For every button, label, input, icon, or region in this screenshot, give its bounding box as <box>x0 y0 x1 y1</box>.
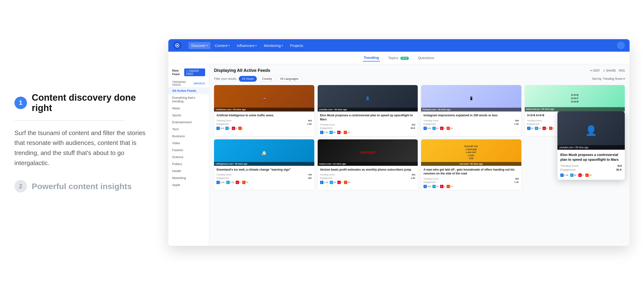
card-5: 🏔️ rollingstone.com • 39 mins ago Greenl… <box>214 139 314 190</box>
card-5-content: Greenland's ice melt, a climate change "… <box>214 166 314 186</box>
card-1-social: f 109 t 5 p 0 <box>216 127 312 130</box>
left-panel: 1 Content discovery done right Surf the … <box>14 92 149 193</box>
reddit-icon: r <box>446 185 450 188</box>
reddit-icon: r <box>549 127 552 130</box>
card-5-source: rollingstone.com • 39 mins ago <box>214 162 314 166</box>
chevron-down-icon: ▾ <box>282 44 283 47</box>
card-6-image: verizon reuters.com • 51 mins ago <box>318 139 418 166</box>
rss-button[interactable]: RSS <box>619 69 625 72</box>
filter-languages[interactable]: All Languages <box>277 76 302 82</box>
card-7-social: f 54k t 23 p 0 <box>424 185 519 188</box>
pinterest-icon: p <box>542 127 546 130</box>
step2-title: Powerful content insights <box>32 182 132 191</box>
pinterest-icon: p <box>338 181 341 184</box>
card-3-content: Instagram impressions explained in 100 w… <box>421 111 521 132</box>
sidebar-item-news[interactable]: News <box>168 105 209 112</box>
filter-row: Filter your results: 24 Hours Country Al… <box>214 76 625 82</box>
card-2-pi: p 0 <box>337 131 342 134</box>
reddit-icon: r <box>344 181 347 184</box>
page-container: 1 Content discovery done right Surf the … <box>0 0 644 285</box>
share-button[interactable]: ⇧ SHARE <box>603 69 616 72</box>
sidebar-item-tech[interactable]: Tech <box>168 126 209 133</box>
sidebar-item-video[interactable]: Video <box>168 140 209 147</box>
manage-button[interactable]: MANAGE <box>194 82 205 85</box>
sidebar-item-apple[interactable]: Apple <box>168 181 209 188</box>
card-5-title: Greenland's ice melt, a climate change "… <box>216 168 312 172</box>
sidebar-item-science[interactable]: Science <box>168 154 209 161</box>
card-1-title: Artificial Intelligence to solve traffic… <box>216 113 312 117</box>
card-6-fb: f 1.2K <box>320 181 328 184</box>
step1-number: 1 <box>14 97 27 109</box>
card-7-tw: t 23 <box>432 185 439 188</box>
card-5-tw: t 4.1k <box>226 181 234 184</box>
sidebar-item-fashion[interactable]: Fashion <box>168 147 209 154</box>
trending-feeds-row: Trending Feeds MANAGE <box>168 79 209 87</box>
filter-country[interactable]: Country <box>259 76 275 82</box>
new-feed-label: New Feed <box>172 69 184 76</box>
card-2-fb: f 2.4k <box>320 131 328 134</box>
app-subnav: Trending Topics NEW Questions <box>168 52 630 64</box>
facebook-icon: f <box>424 185 427 188</box>
create-feed-button[interactable]: + CREATE FEED <box>184 68 205 76</box>
card-6-content: Verizon beats profit estimates as monthl… <box>318 166 418 186</box>
pinterest-icon: p <box>578 174 582 177</box>
chevron-down-icon: ▾ <box>206 44 208 47</box>
sidebar-item-entertainment[interactable]: Entertainment <box>168 119 209 126</box>
card-2-source: youtube.com • 39 mins ago <box>318 108 418 111</box>
card-1-stats: Trending Score: 824 <box>216 119 312 122</box>
hover-fb: f 2.4k <box>560 174 568 177</box>
sidebar-item-sports[interactable]: Sports <box>168 112 209 119</box>
card-3-fb: f 44k <box>424 127 431 130</box>
pinterest-icon: p <box>236 181 239 184</box>
card-5-social: f 6.2K t 4.1k p 0 <box>216 181 312 184</box>
nav-item-influencers[interactable]: Influencers ▾ <box>234 42 260 49</box>
reddit-icon: r <box>446 127 450 130</box>
card-2-image: 👤 youtube.com • 39 mins ago <box>318 85 418 111</box>
sidebar-item-health[interactable]: Health <box>168 168 209 174</box>
hover-rd: r 15 <box>585 174 592 177</box>
sidebar-item-politics[interactable]: Politics <box>168 161 209 168</box>
card-4-source: news.com.au • 29 mins ago <box>525 107 625 111</box>
card-7-image: PLEASE TAKA RESUMELAID-OFFLOOKJOB cnn.co… <box>421 139 521 166</box>
card-7-content: A man who got laid off , gets houndreads… <box>421 166 521 190</box>
nav-item-discover[interactable]: Discover ▾ <box>188 42 210 49</box>
nav-item-monitoring[interactable]: Monitoring ▾ <box>261 42 286 49</box>
divider <box>14 120 125 121</box>
card-4-image: 3+3=63+4=74+4=8 news.com.au • 29 mins ag… <box>525 85 625 111</box>
card-4-pi: p 0 <box>542 127 548 130</box>
twitter-icon: t <box>225 127 229 130</box>
facebook-icon: f <box>424 127 427 130</box>
sidebar-item-business[interactable]: Business <box>168 133 209 140</box>
edit-button[interactable]: ✏ EDIT <box>590 69 600 72</box>
card-2-tw: t 86 <box>330 131 336 134</box>
hover-trending-stat: Trending Score: 810 <box>560 164 622 167</box>
card-6-title: Verizon beats profit estimates as monthl… <box>320 168 416 172</box>
card-5-engagement: Engagement: 13K <box>216 177 312 179</box>
filter-24hours[interactable]: 24 Hours <box>239 76 257 82</box>
hover-engagement-stat: Engagement: 86.K <box>560 168 622 171</box>
twitter-icon: t <box>330 131 333 134</box>
filter-group: Filter your results: 24 Hours Country Al… <box>214 76 302 82</box>
card-6-social: f 1.2K t 53 p 0 <box>320 181 416 184</box>
sidebar-item-everything[interactable]: Everything that's trending <box>168 94 209 105</box>
sort-button[interactable]: Sort by: Trending Score ▾ <box>592 77 625 80</box>
subnav-trending[interactable]: Trending <box>363 54 380 61</box>
card-2-content: Elon Musk proposes a controversial plan … <box>318 111 418 136</box>
card-5-image: 🏔️ rollingstone.com • 39 mins ago <box>214 139 314 166</box>
filter-label: Filter your results: <box>214 77 237 80</box>
card-7-title: A man who got laid off , gets houndreads… <box>424 168 519 176</box>
facebook-icon: f <box>320 181 324 184</box>
pinterest-icon: p <box>440 185 444 188</box>
card-1-engagement: Engagement: 1.3K <box>216 123 312 125</box>
subnav-questions[interactable]: Questions <box>417 54 435 61</box>
step2-number: 2 <box>14 180 27 193</box>
step1-description: Surf the tsunami of content and filter t… <box>14 128 149 168</box>
subnav-topics[interactable]: Topics NEW <box>387 54 410 61</box>
nav-item-content[interactable]: Content ▾ <box>212 42 232 49</box>
sidebar-item-marketing[interactable]: Marketing <box>168 174 209 181</box>
card-4-rd: r 5 <box>549 127 554 130</box>
sidebar-item-all[interactable]: All Active Feeds <box>168 87 209 94</box>
nav-item-projects[interactable]: Projects <box>287 42 306 49</box>
twitter-icon: t <box>330 181 333 184</box>
facebook-icon: f <box>560 174 564 177</box>
